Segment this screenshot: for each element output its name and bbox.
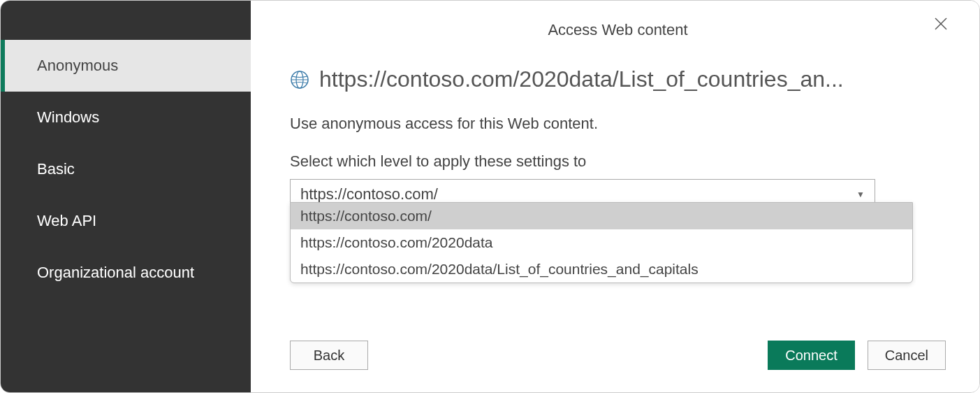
level-select-label: Select which level to apply these settin… — [290, 152, 946, 171]
back-button[interactable]: Back — [290, 341, 368, 370]
title-row: Access Web content — [290, 16, 946, 44]
cancel-button[interactable]: Cancel — [868, 341, 946, 370]
level-option-label: https://contoso.com/2020data/List_of_cou… — [300, 261, 699, 278]
url-row: https://contoso.com/2020data/List_of_cou… — [290, 66, 946, 92]
sidebar-item-label: Anonymous — [37, 57, 118, 75]
sidebar-item-web-api[interactable]: Web API — [1, 195, 251, 247]
level-select-value: https://contoso.com/ — [300, 185, 438, 203]
globe-icon — [290, 70, 309, 90]
access-web-content-dialog: Anonymous Windows Basic Web API Organiza… — [0, 0, 980, 393]
level-option-label: https://contoso.com/2020data — [300, 234, 493, 251]
main-panel: Access Web content — [251, 1, 979, 392]
dialog-title: Access Web content — [548, 21, 687, 39]
url-text: https://contoso.com/2020data/List_of_cou… — [319, 66, 844, 92]
level-option[interactable]: https://contoso.com/2020data/List_of_cou… — [291, 256, 912, 283]
sidebar-item-label: Organizational account — [37, 264, 194, 282]
level-option[interactable]: https://contoso.com/2020data — [291, 229, 912, 256]
close-icon — [934, 17, 948, 31]
auth-method-sidebar: Anonymous Windows Basic Web API Organiza… — [1, 1, 251, 392]
sidebar-item-anonymous[interactable]: Anonymous — [1, 40, 251, 92]
sidebar-item-windows[interactable]: Windows — [1, 92, 251, 143]
close-button[interactable] — [929, 12, 953, 36]
sidebar-item-label: Web API — [37, 212, 96, 230]
auth-description: Use anonymous access for this Web conten… — [290, 115, 946, 133]
sidebar-item-organizational-account[interactable]: Organizational account — [1, 247, 251, 299]
button-row: Back Connect Cancel — [290, 341, 946, 370]
level-option-label: https://contoso.com/ — [300, 208, 432, 224]
sidebar-item-basic[interactable]: Basic — [1, 143, 251, 195]
sidebar-item-label: Basic — [37, 160, 75, 178]
level-select-dropdown: https://contoso.com/ https://contoso.com… — [290, 202, 913, 283]
connect-button[interactable]: Connect — [768, 341, 855, 370]
sidebar-item-label: Windows — [37, 108, 99, 127]
dialog-body: Anonymous Windows Basic Web API Organiza… — [1, 1, 979, 392]
chevron-down-icon: ▼ — [856, 190, 865, 199]
level-option[interactable]: https://contoso.com/ — [291, 203, 912, 229]
